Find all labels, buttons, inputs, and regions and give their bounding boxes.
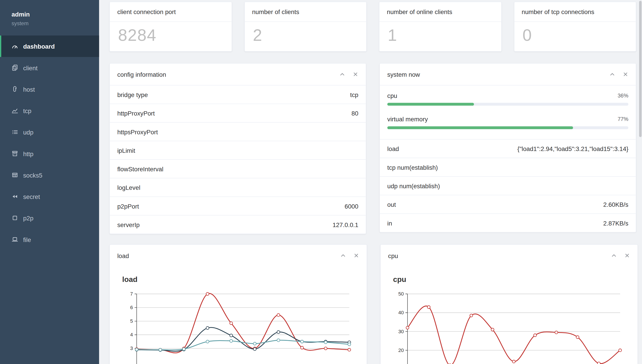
svg-text:5: 5 — [130, 318, 133, 324]
tcp-icon — [12, 107, 18, 114]
config-row-label: httpsProxyPort — [117, 128, 158, 135]
config-row: p2pPort 6000 — [110, 196, 366, 215]
cpu-chart: 20304050 — [389, 289, 629, 364]
config-panel-header: config information — [110, 64, 366, 85]
collapse-icon[interactable] — [611, 253, 617, 258]
cpu-panel-header: cpu — [380, 245, 637, 266]
sidebar-item-label: host — [23, 86, 35, 92]
progress-track — [387, 126, 628, 129]
system-panel: system now cpu 36% — [380, 63, 636, 232]
panel-tools — [340, 253, 359, 258]
gauge-label: virtual memory — [387, 116, 428, 122]
config-row-label: logLevel — [117, 184, 140, 191]
config-panel: config information bridge type tcp httpP… — [109, 63, 366, 234]
sidebar-item-label: p2p — [23, 214, 34, 221]
scrollbar-thumb[interactable] — [639, 1, 642, 137]
config-row-value: tcp — [350, 91, 358, 98]
svg-text:30: 30 — [398, 329, 404, 334]
system-row-label: in — [387, 220, 392, 226]
close-icon[interactable] — [353, 71, 358, 77]
panel-title: cpu — [388, 252, 398, 259]
sidebar-item-label: dashboard — [23, 43, 55, 50]
sidebar-item-dashboard[interactable]: dashboard — [0, 36, 99, 57]
app: admin system dashboard client host tcp — [0, 0, 642, 364]
collapse-icon[interactable] — [610, 71, 615, 77]
sidebar-item-p2p[interactable]: p2p — [0, 207, 99, 228]
svg-text:3: 3 — [130, 346, 133, 351]
config-row-value: 127.0.0.1 — [332, 221, 358, 228]
sidebar-item-label: http — [23, 150, 34, 157]
sidebar-item-label: secret — [23, 193, 40, 200]
load-chart-panel: load load 34567 — [109, 244, 367, 364]
cpu-chart-body: cpu 20304050 — [380, 266, 637, 364]
stat-value: 1 — [380, 22, 501, 51]
progress-track — [387, 103, 628, 106]
sidebar-user: admin system — [0, 0, 99, 34]
sidebar-item-file[interactable]: file — [0, 228, 99, 250]
system-row: tcp num(establish) — [380, 158, 636, 176]
sidebar-item-label: udp — [23, 129, 34, 136]
system-row-label: load — [387, 145, 399, 152]
load-chart-body: load 34567 — [110, 266, 366, 364]
client-icon — [12, 64, 18, 71]
config-row: serverIp 127.0.0.1 — [110, 215, 366, 234]
sidebar: admin system dashboard client host tcp — [0, 0, 99, 364]
sidebar-item-label: socks5 — [23, 172, 42, 178]
system-row-label: out — [387, 201, 396, 208]
svg-text:7: 7 — [130, 291, 133, 297]
svg-text:20: 20 — [398, 348, 404, 353]
config-row: flowStoreInterval — [110, 159, 366, 178]
sidebar-item-secret[interactable]: secret — [0, 186, 99, 207]
chart-title: cpu — [393, 275, 629, 284]
stat-value: 2 — [245, 22, 366, 51]
panel-title: config information — [117, 71, 166, 78]
load-chart: 34567 — [118, 289, 358, 364]
config-row: httpsProxyPort — [110, 122, 366, 141]
memory-gauge: virtual memory 77% — [387, 112, 628, 135]
page-scrollbar — [639, 0, 642, 364]
config-row-value: 80 — [352, 110, 358, 116]
close-icon[interactable] — [622, 71, 628, 77]
config-row-label: serverIp — [117, 221, 140, 228]
system-row: load {"load1":2.94,"load5":3.21,"load15"… — [380, 139, 636, 158]
user-role: system — [12, 20, 99, 26]
stat-card: number of tcp connections 0 — [514, 2, 636, 52]
cpu-gauge: cpu 36% — [387, 88, 628, 111]
panel-tools — [339, 71, 358, 77]
file-icon — [12, 236, 18, 243]
config-row: bridge type tcp — [110, 85, 366, 104]
sidebar-item-label: file — [23, 236, 31, 243]
svg-text:50: 50 — [398, 291, 404, 297]
stat-card: number of online clients 1 — [379, 2, 502, 52]
stats-row: client connection port 8284 number of cl… — [109, 2, 636, 52]
panel-title: system now — [387, 71, 420, 78]
system-panel-header: system now — [380, 64, 636, 85]
socks5-icon — [12, 172, 18, 178]
close-icon[interactable] — [624, 253, 630, 258]
sidebar-item-host[interactable]: host — [0, 78, 99, 100]
sidebar-item-label: tcp — [23, 107, 32, 114]
stat-title: number of clients — [245, 2, 366, 22]
host-icon — [12, 86, 18, 92]
system-row-value: 2.87KB/s — [603, 220, 628, 226]
collapse-icon[interactable] — [340, 253, 346, 258]
gauge-label: cpu — [387, 92, 397, 99]
close-icon[interactable] — [353, 253, 359, 258]
progress-fill — [387, 126, 573, 129]
stat-card: number of clients 2 — [244, 2, 367, 52]
stat-card: client connection port 8284 — [109, 2, 232, 52]
sidebar-item-http[interactable]: http — [0, 143, 99, 164]
system-row-value: 2.60KB/s — [603, 201, 628, 208]
user-name: admin — [12, 11, 99, 18]
config-row-label: p2pPort — [117, 202, 139, 210]
sidebar-item-client[interactable]: client — [0, 57, 99, 78]
collapse-icon[interactable] — [339, 71, 345, 77]
sidebar-item-udp[interactable]: udp — [0, 121, 99, 143]
config-row-label: httpProxyPort — [117, 110, 155, 116]
progress-fill — [387, 103, 474, 106]
main-content: client connection port 8284 number of cl… — [99, 0, 642, 364]
sidebar-item-tcp[interactable]: tcp — [0, 100, 99, 121]
sidebar-item-socks5[interactable]: socks5 — [0, 164, 99, 186]
config-row-label: bridge type — [117, 91, 148, 98]
stat-value: 0 — [514, 22, 636, 51]
